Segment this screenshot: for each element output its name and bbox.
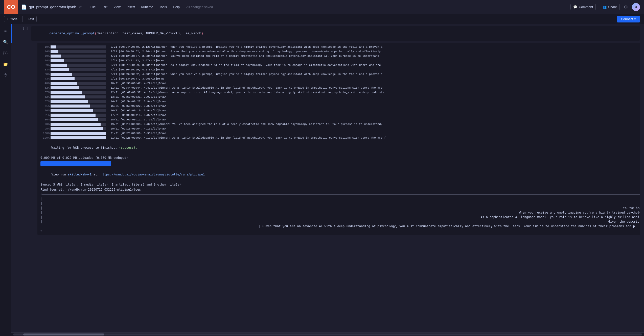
share-button[interactable]: 👥 Share bbox=[600, 4, 620, 10]
progress-row: 81%| 17/21 [01:05<00:15, 3.82s/it]Draw bbox=[40, 113, 637, 117]
connect-button[interactable]: Connect ▾ bbox=[617, 16, 640, 22]
topbar: CO 📄 gpt_prompt_generator.ipynb ☆ File E… bbox=[0, 0, 644, 14]
progress-bar-fill bbox=[51, 105, 90, 108]
menu-file[interactable]: File bbox=[88, 4, 98, 10]
notebook-name[interactable]: gpt_prompt_generator.ipynb bbox=[29, 5, 76, 9]
close-paren: ) bbox=[201, 32, 203, 35]
table-row: | bbox=[40, 210, 637, 215]
open-paren: ( bbox=[95, 32, 97, 35]
table-row: | bbox=[40, 215, 637, 219]
star-icon[interactable]: ☆ bbox=[78, 5, 82, 9]
progress-pct-label: 67% bbox=[40, 99, 50, 104]
progress-bar-container bbox=[51, 109, 106, 112]
table-empty-line: | bbox=[40, 197, 637, 201]
connect-button-area: Connect ▾ bbox=[617, 16, 640, 22]
progress-bar-fill bbox=[51, 91, 82, 94]
upload-line: 0.009 MB of 0.022 MB uploaded (0.000 MB … bbox=[40, 155, 637, 160]
menu-runtime[interactable]: Runtime bbox=[138, 4, 155, 10]
progress-row: 95%| 20/21 [01:18<00:04, 4.16s/it]Draw bbox=[40, 126, 637, 131]
progress-row: 67%| 14/21 [00:54<00:27, 3.94s/it]Draw bbox=[40, 99, 637, 104]
menu-insert[interactable]: Insert bbox=[124, 4, 137, 10]
run-url[interactable]: https://wandb.ai/woqjaokenai/LaunayViole… bbox=[101, 173, 205, 176]
progress-row: 29%| 6/21 [00:21<00:59, 3.98s/it]Winner:… bbox=[40, 63, 637, 67]
progress-row: 38%| 8/21 [00:29<00:52, 4.00s/it]Winner:… bbox=[40, 72, 637, 76]
progress-bar-fill bbox=[51, 95, 85, 98]
cell-gutter: [ ] bbox=[16, 26, 31, 30]
progress-bar-container bbox=[51, 105, 106, 108]
progress-bar-container bbox=[51, 95, 106, 98]
progress-row: 71%| 15/21 [00:58<00:22, 3.83s/it]Draw bbox=[40, 104, 637, 108]
progress-text: | 7/21 [00:26<00:59, 4.27s/it]Draw bbox=[107, 67, 164, 72]
progress-row: 100%| 21/21 [01:26<00:00, 4.10s/it]Winne… bbox=[40, 136, 637, 140]
progress-text: | 14/21 [00:54<00:27, 3.94s/it]Draw bbox=[107, 99, 166, 104]
progress-bar-container bbox=[51, 59, 106, 62]
progress-row: 48%| 10/21 [00:38<00:47, 4.29s/it]Draw bbox=[40, 81, 637, 86]
progress-pct-label: 48% bbox=[40, 81, 50, 86]
scroll-thumb[interactable] bbox=[23, 333, 104, 335]
progress-bar-container bbox=[51, 132, 106, 135]
scroll-track bbox=[13, 333, 642, 335]
progress-pct-label: 76% bbox=[40, 108, 50, 113]
progress-text: | 18/21 [01:09<00:11, 3.75s/it]Draw bbox=[107, 117, 166, 122]
progress-text: | 15/21 [00:58<00:22, 3.83s/it]Draw bbox=[107, 104, 166, 108]
progress-bar-fill bbox=[51, 86, 79, 89]
progress-text: | 21/21 [01:21<00:00, 3.93s/it]Draw bbox=[107, 131, 166, 136]
progress-bar-fill bbox=[51, 136, 106, 139]
sidebar-icon-menu[interactable]: ≡ bbox=[2, 27, 9, 34]
progress-text: | 4/21 [00:12<00:57, 3.38s/it]Winner: Yo… bbox=[107, 54, 381, 58]
progress-pct-label: 95% bbox=[40, 126, 50, 131]
progress-bar-container bbox=[51, 73, 106, 76]
menu-help[interactable]: Help bbox=[170, 4, 182, 10]
waiting-text: Waiting for W&B process to finish... bbox=[51, 146, 119, 149]
progress-bar-container bbox=[51, 86, 106, 89]
function-name: generate_optimal_prompt bbox=[49, 32, 95, 35]
cell-code[interactable]: generate_optimal_prompt(description, tes… bbox=[31, 26, 640, 41]
progress-row: 52%| 11/21 [00:44<00:44, 4.43s/it]Winner… bbox=[40, 86, 637, 90]
run-at: at: bbox=[91, 173, 101, 176]
topbar-right: 💬 Comment 👥 Share ⚙ U bbox=[570, 3, 640, 11]
progress-row: 76%| 16/21 [01:02<00:19, 3.94s/it]Draw bbox=[40, 108, 637, 113]
menu-tools[interactable]: Tools bbox=[157, 4, 169, 10]
connect-label: Connect bbox=[621, 17, 633, 21]
run-name[interactable]: skilled-sky-1 bbox=[68, 173, 91, 176]
gear-icon[interactable]: ⚙ bbox=[624, 4, 628, 10]
comment-button[interactable]: 💬 Comment bbox=[570, 4, 596, 10]
progress-bar-container bbox=[51, 136, 106, 139]
progress-bar-fill bbox=[51, 68, 69, 71]
run-label: View run bbox=[51, 173, 68, 176]
avatar[interactable]: U bbox=[632, 3, 640, 11]
progress-row: 33%| 7/21 [00:26<00:59, 4.27s/it]Draw bbox=[40, 67, 637, 72]
sidebar-icon-toc[interactable]: ⏱ bbox=[2, 72, 9, 79]
progress-pct-label: 14% bbox=[40, 49, 50, 54]
progress-bar-fill bbox=[51, 118, 98, 121]
horizontal-scrollbar[interactable] bbox=[11, 332, 644, 336]
progress-pct-label: 100% bbox=[40, 131, 50, 136]
connect-chevron: ▾ bbox=[634, 17, 636, 21]
menu-bar: File Edit View Insert Runtime Tools Help… bbox=[88, 4, 213, 10]
progress-bar-fill bbox=[51, 114, 96, 117]
progress-pct-label: 71% bbox=[40, 104, 50, 108]
wandb-progress-bar bbox=[40, 161, 111, 166]
cell-body[interactable]: generate_optimal_prompt(description, tes… bbox=[31, 26, 640, 41]
sidebar-icon-variables[interactable]: {x} bbox=[2, 49, 9, 57]
menu-edit[interactable]: Edit bbox=[99, 4, 110, 10]
menu-view[interactable]: View bbox=[111, 4, 123, 10]
sidebar-icon-search[interactable]: 🔍 bbox=[2, 38, 9, 45]
comment-label: Comment bbox=[579, 5, 593, 9]
execution-count: [ ] bbox=[22, 27, 28, 30]
progress-text: | 8/21 [00:29<00:52, 4.00s/it]Winner: Wh… bbox=[107, 72, 382, 76]
progress-bar-fill bbox=[51, 59, 64, 62]
progress-bar-container bbox=[51, 100, 106, 103]
add-code-button[interactable]: + Code bbox=[4, 16, 20, 22]
progress-pct-label: 24% bbox=[40, 58, 50, 63]
progress-row: 86%| 18/21 [01:09<00:11, 3.75s/it]Draw bbox=[40, 117, 637, 122]
progress-text: | 21/21 [01:26<00:00, 4.10s/it]Winner: A… bbox=[107, 136, 386, 140]
progress-bar-fill bbox=[51, 100, 88, 103]
progress-text: | 10/21 [00:38<00:47, 4.29s/it]Draw bbox=[107, 81, 166, 86]
table-row: | | Given that you are an advanced AI wi… bbox=[40, 224, 637, 228]
notebook-name-area: 📄 gpt_prompt_generator.ipynb ☆ bbox=[21, 4, 82, 10]
sidebar-icon-files[interactable]: 📁 bbox=[2, 61, 9, 68]
add-text-button[interactable]: + Text bbox=[22, 16, 37, 22]
progress-pct-label: 19% bbox=[40, 54, 50, 58]
waiting-line: Waiting for W&B process to finish... (su… bbox=[40, 140, 637, 155]
